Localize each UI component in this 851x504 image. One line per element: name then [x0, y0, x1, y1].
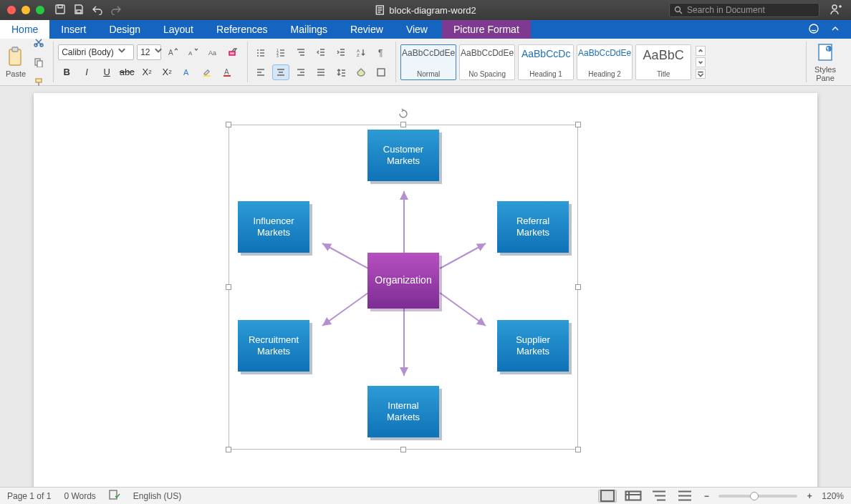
zoom-out-button[interactable]: −: [701, 491, 711, 501]
diagram-node: SupplierMarkets: [497, 320, 569, 372]
font-name-value: Calibri (Body): [62, 47, 114, 57]
gallery-next-icon[interactable]: [696, 57, 706, 67]
window-controls: [0, 6, 44, 14]
font-size-combo[interactable]: 12: [137, 44, 161, 60]
gallery-more-icon[interactable]: [696, 69, 706, 79]
maximize-window-icon[interactable]: [36, 6, 44, 14]
bullets-icon[interactable]: [252, 44, 269, 60]
resize-handle[interactable]: [575, 284, 581, 290]
picture-selection-frame[interactable]: CustomerMarkets InfluencerMarkets Referr…: [229, 125, 578, 450]
node-label: CustomerMarkets: [383, 144, 423, 168]
web-layout-view-icon[interactable]: [624, 490, 643, 503]
slider-thumb[interactable]: [750, 492, 759, 500]
svg-rect-41: [110, 490, 117, 499]
sort-icon[interactable]: AZ: [352, 44, 370, 60]
zoom-in-button[interactable]: +: [804, 491, 814, 501]
svg-rect-0: [56, 5, 64, 14]
highlight-icon[interactable]: [198, 64, 216, 80]
gallery-scroll: [696, 46, 706, 79]
svg-rect-31: [378, 69, 385, 76]
dec-indent-icon[interactable]: [312, 44, 330, 60]
node-label: InternalMarkets: [387, 400, 420, 424]
style-title[interactable]: AaBbCTitle: [635, 44, 691, 80]
autosave-icon[interactable]: [54, 4, 66, 17]
close-window-icon[interactable]: [7, 6, 16, 14]
resize-handle[interactable]: [226, 447, 231, 452]
borders-icon[interactable]: [372, 64, 390, 80]
save-icon[interactable]: [73, 4, 85, 17]
resize-handle[interactable]: [400, 122, 406, 127]
style-name: Title: [657, 70, 670, 78]
rotate-handle-icon[interactable]: [398, 108, 409, 120]
change-case-icon[interactable]: Aa: [204, 44, 221, 60]
tab-review[interactable]: Review: [339, 20, 395, 39]
styles-pane-button[interactable]: ¶ Styles Pane: [811, 42, 840, 82]
zoom-level[interactable]: 120%: [822, 491, 844, 501]
clear-format-icon[interactable]: [224, 44, 241, 60]
feedback-icon[interactable]: [808, 23, 819, 37]
superscript-icon[interactable]: X2: [158, 64, 176, 80]
print-layout-view-icon[interactable]: [598, 490, 617, 503]
spellcheck-icon[interactable]: [109, 490, 120, 502]
tab-mailings[interactable]: Mailings: [279, 20, 339, 39]
word-count[interactable]: 0 Words: [64, 491, 95, 501]
resize-handle[interactable]: [575, 447, 581, 452]
paste-button[interactable]: Paste: [6, 47, 26, 78]
shrink-font-icon[interactable]: A: [184, 44, 201, 60]
outline-view-icon[interactable]: [650, 490, 668, 503]
gallery-prev-icon[interactable]: [696, 46, 706, 56]
share-icon[interactable]: [830, 3, 842, 18]
tab-layout[interactable]: Layout: [152, 20, 205, 39]
undo-icon[interactable]: [92, 4, 103, 17]
style-heading-1[interactable]: AaBbCcDcHeading 1: [518, 44, 574, 80]
numbering-icon[interactable]: 123: [272, 44, 289, 60]
copy-icon[interactable]: [30, 54, 47, 70]
subscript-icon[interactable]: X2: [138, 64, 155, 80]
align-right-icon[interactable]: [292, 64, 309, 80]
draft-view-icon[interactable]: [675, 490, 694, 503]
redo-icon[interactable]: [110, 4, 122, 17]
styles-group: AaBbCcDdEeNormal AaBbCcDdEeNo Spacing Aa…: [400, 42, 807, 82]
tab-references[interactable]: References: [205, 20, 279, 39]
bold-icon[interactable]: B: [58, 64, 75, 80]
shading-icon[interactable]: [352, 64, 370, 80]
document-area[interactable]: CustomerMarkets InfluencerMarkets Referr…: [0, 86, 851, 487]
styles-pane-label: Styles Pane: [811, 65, 840, 82]
show-marks-icon[interactable]: ¶: [372, 44, 390, 60]
resize-handle[interactable]: [226, 284, 231, 290]
style-normal[interactable]: AaBbCcDdEeNormal: [400, 44, 456, 80]
resize-handle[interactable]: [400, 447, 406, 452]
style-preview: AaBbCcDc: [521, 48, 570, 59]
justify-icon[interactable]: [312, 64, 330, 80]
svg-text:A: A: [183, 68, 189, 77]
tab-insert[interactable]: Insert: [49, 20, 97, 39]
style-no-spacing[interactable]: AaBbCcDdEeNo Spacing: [459, 44, 515, 80]
language-indicator[interactable]: English (US): [133, 491, 181, 501]
underline-icon[interactable]: U: [98, 64, 115, 80]
cut-icon[interactable]: [30, 34, 47, 50]
diagram-node-center: Organization: [367, 253, 439, 309]
minimize-window-icon[interactable]: [21, 6, 30, 14]
grow-font-icon[interactable]: A: [164, 44, 181, 60]
align-center-icon[interactable]: [272, 64, 289, 80]
align-left-icon[interactable]: [252, 64, 269, 80]
line-spacing-icon[interactable]: [332, 64, 350, 80]
font-name-combo[interactable]: Calibri (Body): [58, 44, 134, 60]
strike-icon[interactable]: abc: [118, 64, 135, 80]
document-title-text: block-diagram-word2: [389, 5, 476, 16]
italic-icon[interactable]: I: [78, 64, 95, 80]
tab-design[interactable]: Design: [97, 20, 152, 39]
tab-view[interactable]: View: [395, 20, 439, 39]
style-heading-2[interactable]: AaBbCcDdEeHeading 2: [577, 44, 633, 80]
page-indicator[interactable]: Page 1 of 1: [7, 491, 51, 501]
resize-handle[interactable]: [575, 122, 581, 127]
font-color-icon[interactable]: A: [218, 64, 236, 80]
zoom-slider[interactable]: [718, 495, 797, 498]
resize-handle[interactable]: [226, 122, 231, 127]
search-input[interactable]: Search in Document: [669, 3, 819, 17]
collapse-ribbon-icon[interactable]: [830, 23, 841, 37]
text-effects-icon[interactable]: A: [178, 64, 196, 80]
inc-indent-icon[interactable]: [332, 44, 350, 60]
tab-picture-format[interactable]: Picture Format: [442, 20, 531, 39]
multilevel-icon[interactable]: [292, 44, 309, 60]
